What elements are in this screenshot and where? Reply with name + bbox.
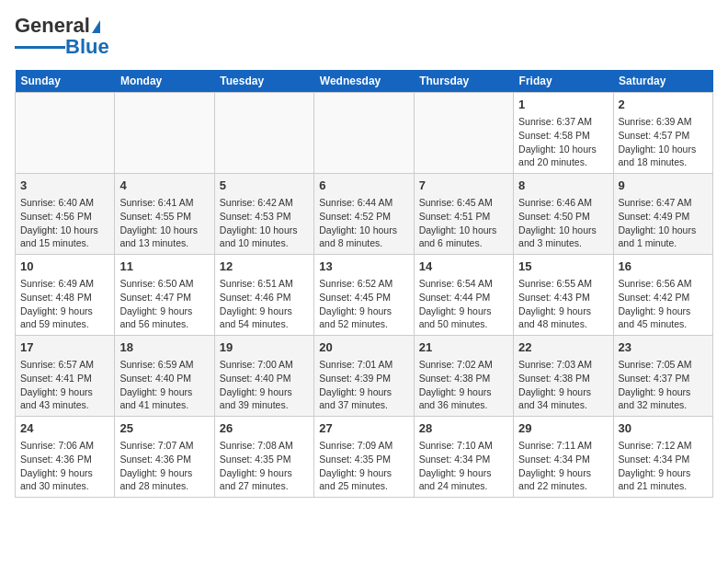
day-info: Sunrise: 6:57 AM Sunset: 4:41 PM Dayligh… [20, 358, 109, 412]
calendar-table: SundayMondayTuesdayWednesdayThursdayFrid… [15, 70, 713, 498]
calendar-cell: 24Sunrise: 7:06 AM Sunset: 4:36 PM Dayli… [16, 416, 115, 497]
logo-blue: Blue [65, 35, 109, 59]
day-number: 18 [119, 339, 209, 356]
day-info: Sunrise: 6:56 AM Sunset: 4:42 PM Dayligh… [619, 277, 708, 331]
header-friday: Friday [514, 70, 613, 93]
day-info: Sunrise: 6:37 AM Sunset: 4:58 PM Dayligh… [518, 115, 608, 169]
logo-text: General [15, 15, 100, 37]
day-info: Sunrise: 7:00 AM Sunset: 4:40 PM Dayligh… [220, 358, 309, 412]
day-number: 6 [319, 178, 408, 194]
day-number: 25 [119, 420, 209, 437]
calendar-cell: 18Sunrise: 6:59 AM Sunset: 4:40 PM Dayli… [115, 336, 214, 417]
page-header: General Blue [15, 15, 713, 59]
day-number: 9 [619, 178, 708, 194]
calendar-cell: 19Sunrise: 7:00 AM Sunset: 4:40 PM Dayli… [214, 336, 313, 417]
day-info: Sunrise: 6:52 AM Sunset: 4:45 PM Dayligh… [319, 277, 408, 331]
calendar-cell: 4Sunrise: 6:41 AM Sunset: 4:55 PM Daylig… [115, 174, 214, 255]
calendar-cell: 7Sunrise: 6:45 AM Sunset: 4:51 PM Daylig… [414, 174, 513, 255]
day-info: Sunrise: 7:09 AM Sunset: 4:35 PM Dayligh… [319, 439, 408, 493]
calendar-cell: 11Sunrise: 6:50 AM Sunset: 4:47 PM Dayli… [115, 255, 214, 336]
calendar-cell [314, 93, 414, 174]
day-number: 20 [319, 339, 408, 356]
day-number: 11 [119, 259, 209, 275]
day-info: Sunrise: 6:40 AM Sunset: 4:56 PM Dayligh… [20, 196, 109, 250]
calendar-cell: 28Sunrise: 7:10 AM Sunset: 4:34 PM Dayli… [414, 416, 513, 497]
header-saturday: Saturday [613, 70, 712, 93]
day-info: Sunrise: 7:12 AM Sunset: 4:34 PM Dayligh… [619, 439, 708, 493]
week-row-1: 1Sunrise: 6:37 AM Sunset: 4:58 PM Daylig… [16, 93, 713, 174]
day-number: 24 [20, 420, 109, 437]
day-info: Sunrise: 7:11 AM Sunset: 4:34 PM Dayligh… [518, 439, 608, 493]
day-number: 19 [220, 339, 309, 356]
header-thursday: Thursday [414, 70, 513, 93]
week-row-2: 3Sunrise: 6:40 AM Sunset: 4:56 PM Daylig… [16, 174, 713, 255]
calendar-cell [115, 93, 214, 174]
day-number: 5 [220, 178, 309, 194]
day-info: Sunrise: 7:02 AM Sunset: 4:38 PM Dayligh… [419, 358, 508, 412]
day-number: 2 [619, 97, 708, 113]
day-info: Sunrise: 6:54 AM Sunset: 4:44 PM Dayligh… [419, 277, 508, 331]
day-number: 8 [518, 178, 608, 194]
day-info: Sunrise: 7:05 AM Sunset: 4:37 PM Dayligh… [619, 358, 708, 412]
calendar-cell: 9Sunrise: 6:47 AM Sunset: 4:49 PM Daylig… [613, 174, 712, 255]
day-number: 28 [419, 420, 508, 437]
day-info: Sunrise: 6:45 AM Sunset: 4:51 PM Dayligh… [419, 196, 508, 250]
day-number: 29 [518, 420, 608, 437]
week-row-3: 10Sunrise: 6:49 AM Sunset: 4:48 PM Dayli… [16, 255, 713, 336]
calendar-cell [214, 93, 313, 174]
day-info: Sunrise: 7:08 AM Sunset: 4:35 PM Dayligh… [220, 439, 309, 493]
day-number: 17 [20, 339, 109, 356]
calendar-cell: 6Sunrise: 6:44 AM Sunset: 4:52 PM Daylig… [314, 174, 414, 255]
day-info: Sunrise: 6:42 AM Sunset: 4:53 PM Dayligh… [220, 196, 309, 250]
day-info: Sunrise: 6:49 AM Sunset: 4:48 PM Dayligh… [20, 277, 109, 331]
calendar-cell: 16Sunrise: 6:56 AM Sunset: 4:42 PM Dayli… [613, 255, 712, 336]
week-row-4: 17Sunrise: 6:57 AM Sunset: 4:41 PM Dayli… [16, 336, 713, 417]
day-info: Sunrise: 7:01 AM Sunset: 4:39 PM Dayligh… [319, 358, 408, 412]
calendar-cell: 5Sunrise: 6:42 AM Sunset: 4:53 PM Daylig… [214, 174, 313, 255]
day-info: Sunrise: 7:06 AM Sunset: 4:36 PM Dayligh… [20, 439, 109, 493]
day-number: 21 [419, 339, 508, 356]
calendar-cell: 14Sunrise: 6:54 AM Sunset: 4:44 PM Dayli… [414, 255, 513, 336]
day-info: Sunrise: 6:55 AM Sunset: 4:43 PM Dayligh… [518, 277, 608, 331]
calendar-cell: 20Sunrise: 7:01 AM Sunset: 4:39 PM Dayli… [314, 336, 414, 417]
day-number: 10 [20, 259, 109, 275]
day-number: 7 [419, 178, 508, 194]
day-number: 23 [619, 339, 708, 356]
logo: General Blue [15, 15, 109, 59]
day-number: 22 [518, 339, 608, 356]
day-info: Sunrise: 6:39 AM Sunset: 4:57 PM Dayligh… [619, 115, 708, 169]
calendar-cell: 25Sunrise: 7:07 AM Sunset: 4:36 PM Dayli… [115, 416, 214, 497]
day-number: 15 [518, 259, 608, 275]
day-number: 4 [119, 178, 209, 194]
calendar-cell: 22Sunrise: 7:03 AM Sunset: 4:38 PM Dayli… [514, 336, 613, 417]
calendar-header-row: SundayMondayTuesdayWednesdayThursdayFrid… [16, 70, 713, 93]
calendar-cell: 8Sunrise: 6:46 AM Sunset: 4:50 PM Daylig… [514, 174, 613, 255]
day-info: Sunrise: 7:07 AM Sunset: 4:36 PM Dayligh… [119, 439, 209, 493]
day-number: 26 [220, 420, 309, 437]
calendar-cell: 30Sunrise: 7:12 AM Sunset: 4:34 PM Dayli… [613, 416, 712, 497]
header-sunday: Sunday [16, 70, 115, 93]
calendar-cell: 13Sunrise: 6:52 AM Sunset: 4:45 PM Dayli… [314, 255, 414, 336]
header-monday: Monday [115, 70, 214, 93]
day-number: 12 [220, 259, 309, 275]
day-info: Sunrise: 7:10 AM Sunset: 4:34 PM Dayligh… [419, 439, 508, 493]
calendar-cell: 26Sunrise: 7:08 AM Sunset: 4:35 PM Dayli… [214, 416, 313, 497]
header-wednesday: Wednesday [314, 70, 414, 93]
day-info: Sunrise: 6:59 AM Sunset: 4:40 PM Dayligh… [119, 358, 209, 412]
calendar-cell: 15Sunrise: 6:55 AM Sunset: 4:43 PM Dayli… [514, 255, 613, 336]
day-info: Sunrise: 6:47 AM Sunset: 4:49 PM Dayligh… [619, 196, 708, 250]
calendar-cell: 29Sunrise: 7:11 AM Sunset: 4:34 PM Dayli… [514, 416, 613, 497]
week-row-5: 24Sunrise: 7:06 AM Sunset: 4:36 PM Dayli… [16, 416, 713, 497]
calendar-cell: 12Sunrise: 6:51 AM Sunset: 4:46 PM Dayli… [214, 255, 313, 336]
calendar-cell [414, 93, 513, 174]
day-info: Sunrise: 7:03 AM Sunset: 4:38 PM Dayligh… [518, 358, 608, 412]
calendar-cell: 27Sunrise: 7:09 AM Sunset: 4:35 PM Dayli… [314, 416, 414, 497]
calendar-cell: 1Sunrise: 6:37 AM Sunset: 4:58 PM Daylig… [514, 93, 613, 174]
calendar-cell: 3Sunrise: 6:40 AM Sunset: 4:56 PM Daylig… [16, 174, 115, 255]
day-number: 16 [619, 259, 708, 275]
day-info: Sunrise: 6:44 AM Sunset: 4:52 PM Dayligh… [319, 196, 408, 250]
calendar-cell [16, 93, 115, 174]
day-info: Sunrise: 6:41 AM Sunset: 4:55 PM Dayligh… [119, 196, 209, 250]
calendar-cell: 17Sunrise: 6:57 AM Sunset: 4:41 PM Dayli… [16, 336, 115, 417]
day-info: Sunrise: 6:46 AM Sunset: 4:50 PM Dayligh… [518, 196, 608, 250]
